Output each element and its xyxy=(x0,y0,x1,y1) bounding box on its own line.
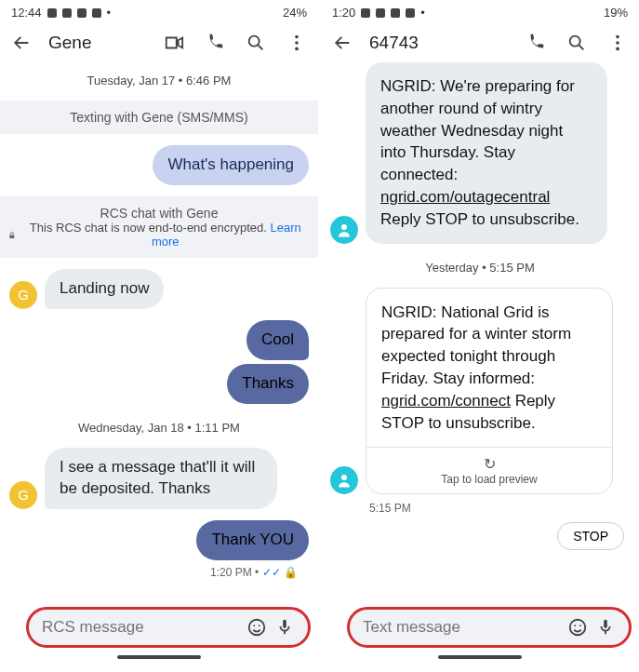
status-app-icon xyxy=(391,8,400,18)
more-icon[interactable] xyxy=(286,33,307,53)
sent-message[interactable]: What's happening xyxy=(153,145,309,185)
svg-rect-7 xyxy=(9,235,14,239)
svg-point-12 xyxy=(253,625,255,626)
svg-point-13 xyxy=(259,625,260,626)
svg-rect-14 xyxy=(283,620,286,628)
status-battery-pct: 24% xyxy=(283,6,307,20)
status-battery-pct: 19% xyxy=(604,6,628,20)
svg-point-6 xyxy=(295,47,299,51)
phone-icon[interactable] xyxy=(526,33,546,53)
phone-right: 1:20 • 19% xyxy=(321,0,639,661)
suggested-reply[interactable]: STOP xyxy=(557,522,624,550)
status-bar: 1:20 • 19% xyxy=(321,0,639,23)
sms-banner: Texting with Gene (SMS/MMS) xyxy=(0,101,318,134)
svg-point-29 xyxy=(579,625,581,626)
svg-point-21 xyxy=(616,47,619,51)
received-message[interactable]: Landing now xyxy=(45,269,164,309)
load-preview-button[interactable]: ↻ Tap to load preview xyxy=(366,447,612,493)
phone-left: 12:44 • 24% xyxy=(0,0,318,661)
avatar[interactable]: G xyxy=(9,481,37,509)
date-separator: Tuesday, Jan 17 • 6:46 PM xyxy=(9,74,309,87)
svg-point-3 xyxy=(249,36,260,47)
svg-point-22 xyxy=(341,224,347,230)
message-input-container xyxy=(347,607,632,648)
chat-area[interactable]: NGRID: We're preparing for another round… xyxy=(321,62,639,601)
conversation-title[interactable]: Gene xyxy=(48,33,147,53)
composer-bar xyxy=(321,601,639,655)
svg-point-28 xyxy=(574,625,576,626)
message-time: 5:15 PM xyxy=(369,502,630,515)
reload-icon: ↻ xyxy=(374,455,605,473)
svg-rect-30 xyxy=(604,620,607,628)
received-message-card[interactable]: NGRID: National Grid is prepared for a w… xyxy=(366,288,613,495)
phone-icon[interactable] xyxy=(205,33,225,53)
message-meta: 1:20 PM • ✓✓ 🔒 xyxy=(9,566,309,579)
video-call-icon[interactable] xyxy=(164,33,184,53)
avatar[interactable]: G xyxy=(9,281,37,309)
emoji-icon[interactable] xyxy=(246,617,267,638)
home-indicator[interactable] xyxy=(117,655,201,659)
delivered-icon: ✓✓ xyxy=(262,566,281,579)
composer-bar xyxy=(0,601,318,655)
rcs-banner: RCS chat with Gene This RCS chat is now … xyxy=(0,196,318,258)
search-icon[interactable] xyxy=(566,33,587,53)
app-bar: Gene xyxy=(0,23,318,62)
sent-message[interactable]: Thanks xyxy=(227,364,309,404)
conversation-title[interactable]: 64743 xyxy=(369,33,509,53)
received-message[interactable]: NGRID: We're preparing for another round… xyxy=(366,62,607,244)
date-separator: Wednesday, Jan 18 • 1:11 PM xyxy=(9,421,309,435)
date-separator: Yesterday • 5:15 PM xyxy=(330,261,630,275)
avatar[interactable] xyxy=(330,216,358,244)
status-app-icon xyxy=(62,8,72,18)
more-icon[interactable] xyxy=(607,33,628,53)
status-app-icon xyxy=(361,8,370,18)
link[interactable]: ngrid.com/connect xyxy=(381,392,511,410)
back-icon[interactable] xyxy=(332,33,353,53)
svg-point-4 xyxy=(295,35,299,39)
mic-icon[interactable] xyxy=(274,617,295,638)
svg-point-5 xyxy=(295,41,299,45)
back-icon[interactable] xyxy=(11,33,32,53)
svg-point-19 xyxy=(616,35,619,39)
status-app-icon xyxy=(376,8,385,18)
status-time: 1:20 xyxy=(332,6,355,20)
status-app-icon xyxy=(92,8,101,18)
svg-point-27 xyxy=(570,620,586,636)
status-bar: 12:44 • 24% xyxy=(0,0,318,23)
svg-point-11 xyxy=(249,620,265,636)
status-app-icon xyxy=(47,8,57,18)
status-app-icon xyxy=(406,8,415,18)
sent-message[interactable]: Cool xyxy=(246,320,309,360)
message-input[interactable] xyxy=(42,618,239,637)
lock-icon: 🔒 xyxy=(284,566,298,579)
sent-message[interactable]: Thank YOU xyxy=(196,520,309,560)
message-input-container xyxy=(26,607,311,648)
home-indicator[interactable] xyxy=(438,655,522,659)
avatar[interactable] xyxy=(330,466,358,494)
lock-icon xyxy=(7,229,17,240)
search-icon[interactable] xyxy=(246,33,266,53)
status-time: 12:44 xyxy=(11,6,42,20)
link[interactable]: ngrid.com/outagecentral xyxy=(380,188,550,206)
emoji-icon[interactable] xyxy=(567,617,588,638)
svg-point-20 xyxy=(616,41,619,45)
message-input[interactable] xyxy=(363,618,560,637)
app-bar: 64743 xyxy=(321,23,639,62)
status-app-icon xyxy=(77,8,87,18)
received-message[interactable]: I see a message that'll it will be depos… xyxy=(45,448,277,509)
mic-icon[interactable] xyxy=(595,617,616,638)
chat-area[interactable]: Tuesday, Jan 17 • 6:46 PM Texting with G… xyxy=(0,62,318,601)
svg-point-23 xyxy=(341,475,347,480)
svg-point-18 xyxy=(570,36,580,47)
